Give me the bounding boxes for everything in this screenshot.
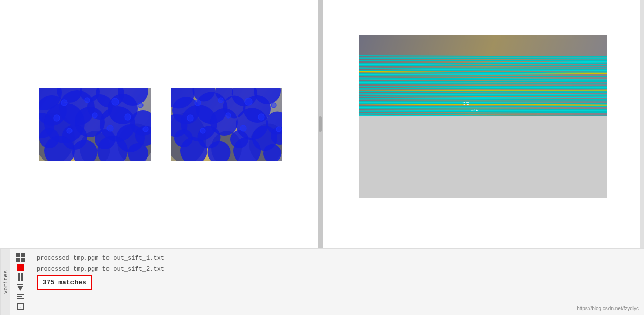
sidebar-label: vorites [0,249,10,315]
match-top-region [359,35,607,116]
expand-button[interactable]: ↕ [15,302,26,311]
expand-icon: ↕ [17,303,24,310]
toolbar-buttons: ↕ [10,249,30,315]
pause-icon [18,273,23,281]
pause-button[interactable] [15,272,26,282]
drag-handle [319,116,322,132]
align-icon [17,294,24,299]
scroll-down-icon [17,284,23,291]
keypoints-image-1 [39,88,151,161]
console-line-1: processed tmp.pgm to out_sift_1.txt [37,253,237,264]
right-panel [322,0,644,248]
align-button[interactable] [15,292,26,301]
canvas-match [359,35,607,116]
left-panel [0,0,322,248]
stop-icon [17,264,24,271]
canvas-image-1 [39,88,151,161]
console-line-3: 375 matches [37,275,237,290]
url-label: https://blog.csdn.net/fzydlyc [577,306,639,311]
grid-icon [16,253,25,262]
panel-divider[interactable] [318,0,323,248]
keypoints-image-2 [171,88,282,161]
grid-button[interactable] [15,253,26,262]
bottom-bar: vorites [0,248,644,315]
match-visualization [359,35,607,198]
canvas-image-2 [171,88,282,161]
horizontal-divider [583,249,634,249]
stop-button[interactable] [15,262,26,272]
right-scrollbar[interactable] [640,0,644,248]
console-line-2: processed tmp.pgm to out_sift_2.txt [37,264,237,275]
bottom-sidebar: vorites [0,249,243,315]
bottom-right-panel: https://blog.csdn.net/fzydlyc [243,249,644,315]
console-area: processed tmp.pgm to out_sift_1.txt proc… [30,249,243,315]
scroll-down-button[interactable] [15,282,26,292]
matches-badge: 375 matches [37,275,92,290]
